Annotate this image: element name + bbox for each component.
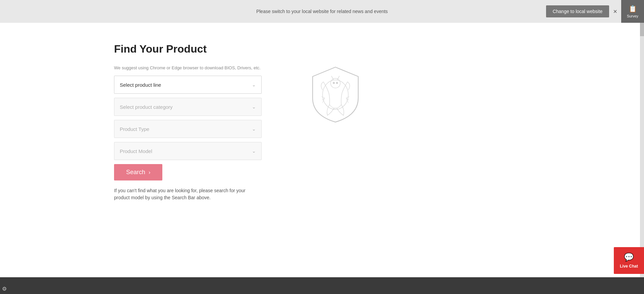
search-button[interactable]: Search › <box>114 164 162 180</box>
help-text: If you can't find what you are looking f… <box>114 187 262 201</box>
product-category-dropdown[interactable]: Select product category ⌄ <box>114 98 262 116</box>
product-line-label: Select product line <box>120 82 161 88</box>
survey-label: Survey <box>627 14 638 18</box>
product-type-dropdown[interactable]: Product Type ⌄ <box>114 120 262 138</box>
scrollbar-track[interactable] <box>640 23 644 277</box>
survey-icon: 📋 <box>629 5 637 13</box>
survey-button[interactable]: 📋 Survey <box>621 0 644 23</box>
chevron-down-icon-3: ⌄ <box>252 126 256 132</box>
form-section: Find Your Product We suggest using Chrom… <box>114 43 282 264</box>
product-line-dropdown[interactable]: Select product line ⌄ <box>114 76 262 94</box>
search-button-label: Search <box>126 169 145 176</box>
notification-bar: Please switch to your local website for … <box>0 0 644 23</box>
change-local-button[interactable]: Change to local website <box>546 5 609 17</box>
gear-icon: ⚙ <box>2 286 7 292</box>
product-model-label: Product Model <box>120 148 152 154</box>
suggestion-text: We suggest using Chrome or Edge browser … <box>114 65 282 70</box>
svg-point-4 <box>333 82 335 84</box>
chevron-down-icon-2: ⌄ <box>252 104 256 109</box>
settings-button[interactable]: ⚙ <box>2 286 7 292</box>
logo-section <box>309 43 362 264</box>
notification-text: Please switch to your local website for … <box>7 9 637 14</box>
live-chat-label: Live Chat <box>620 264 638 269</box>
page-title: Find Your Product <box>114 43 282 55</box>
msi-shield-logo <box>309 63 362 123</box>
close-notification-button[interactable]: × <box>613 8 617 15</box>
chevron-down-icon-4: ⌄ <box>252 148 256 154</box>
product-category-label: Select product category <box>120 104 173 110</box>
footer <box>0 277 644 294</box>
chat-icon: 💬 <box>624 252 634 262</box>
main-content: Find Your Product We suggest using Chrom… <box>0 23 644 277</box>
svg-point-0 <box>323 80 348 109</box>
live-chat-button[interactable]: 💬 Live Chat <box>614 247 644 274</box>
product-model-dropdown[interactable]: Product Model ⌄ <box>114 142 262 160</box>
chevron-down-icon: ⌄ <box>252 82 256 87</box>
product-type-label: Product Type <box>120 126 149 132</box>
search-arrow-icon: › <box>149 169 150 175</box>
svg-point-5 <box>336 82 338 84</box>
scrollbar-thumb[interactable] <box>640 23 644 36</box>
notification-actions: Change to local website × <box>546 5 617 17</box>
